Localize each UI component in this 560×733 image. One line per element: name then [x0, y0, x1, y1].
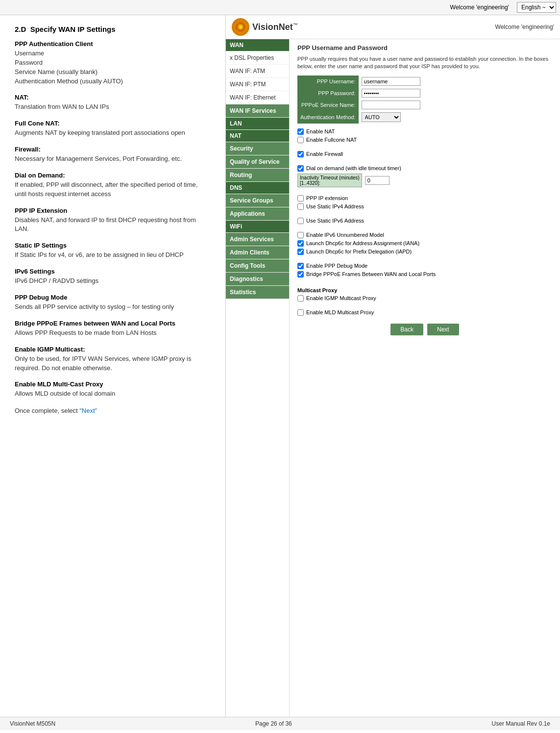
doc-text-oncecomplete: Once complete, select "Next": [15, 406, 211, 416]
doc-text-dialdemand: If enabled, PPP will disconnect, after t…: [15, 180, 211, 199]
doc-heading-ipv6: IPv6 Settings: [15, 268, 211, 275]
doc-section-pppdebug: PPP Debug Mode Sends all PPP service act…: [15, 294, 211, 312]
doc-heading-mld: Enable MLD Multi-Cast Proxy: [15, 380, 211, 388]
form-row-username: PPP Username:: [297, 76, 423, 87]
checkbox-dhcp6c-iana: Launch Dhcp6c for Address Assignment (IA…: [297, 240, 552, 247]
doc-heading-igmp: Enable IGMP Multicast:: [15, 346, 211, 353]
sidebar-item-diagnostics[interactable]: Diagnostics: [226, 273, 289, 286]
next-button[interactable]: Next: [427, 324, 459, 335]
firewall-checkbox[interactable]: [297, 151, 304, 157]
igmp-proxy-checkbox[interactable]: [297, 295, 304, 302]
sidebar-item-adminclients[interactable]: Admin Clients: [226, 246, 289, 259]
doc-heading-dialdemand: Dial on Demand:: [15, 172, 211, 179]
sidebar-item-wifi[interactable]: WiFi: [226, 221, 289, 233]
doc-section-igmp: Enable IGMP Multicast: Only to be used, …: [15, 346, 211, 373]
left-content: 2.D Specify WAN IP Settings PPP Authenti…: [0, 15, 225, 717]
sidebar-item-lan[interactable]: LAN: [226, 118, 289, 130]
router-header: VisionNet™ Welcome 'engineering': [226, 15, 560, 39]
ipv6-unnumbered-checkbox[interactable]: [297, 232, 304, 238]
multicast-title: Multicast Proxy: [297, 287, 552, 293]
router-welcome: Welcome 'engineering': [495, 24, 554, 30]
section-id: 2.D: [15, 25, 26, 33]
dial-demand-checkbox[interactable]: [297, 165, 304, 172]
sidebar-item-applications[interactable]: Applications: [226, 207, 289, 221]
doc-text-nat: Translation from WAN to LAN IPs: [15, 102, 211, 112]
ppp-debug-checkbox[interactable]: [297, 263, 304, 269]
page-main-title: 2.D Specify WAN IP Settings: [15, 25, 211, 33]
button-row: Back Next: [297, 324, 552, 335]
sidebar-item-servicegroups[interactable]: Service Groups: [226, 194, 289, 207]
sidebar-item-dns[interactable]: DNS: [226, 182, 289, 194]
sidebar-item-adminservices[interactable]: Admin Services: [226, 233, 289, 246]
doc-heading-fullcone: Full Cone NAT:: [15, 120, 211, 127]
sidebar-item-dsl[interactable]: x DSL Properties: [226, 51, 289, 65]
sidebar-item-wan-ethernet[interactable]: WAN IF: Ethernet: [226, 91, 289, 104]
timeout-input[interactable]: [365, 176, 390, 185]
section-title-text: Specify WAN IP Settings: [30, 25, 116, 33]
next-link[interactable]: "Next": [79, 407, 97, 414]
doc-text-fullcone: Augments NAT by keeping translated port …: [15, 128, 211, 138]
checkbox-mld: Enable MLD Multicast Proxy: [297, 309, 552, 316]
right-panel: VisionNet™ Welcome 'engineering' WAN x D…: [225, 15, 560, 717]
sidebar-item-security[interactable]: Security: [226, 142, 289, 155]
sidebar-item-wan-atm[interactable]: WAN IF: ATM: [226, 65, 289, 78]
service-input[interactable]: [362, 101, 420, 109]
sidebar-item-wan[interactable]: WAN: [226, 39, 289, 51]
dhcp6c-iapd-checkbox[interactable]: [297, 249, 304, 255]
doc-heading-pppipext: PPP IP Extension: [15, 207, 211, 214]
doc-text-bridgepppoe: Allows PPP Requests to be made from LAN …: [15, 329, 211, 338]
footer-right: User Manual Rev 0.1e: [492, 720, 550, 727]
checkbox-enable-nat: Enable NAT: [297, 128, 552, 135]
auth-select[interactable]: AUTO PAP CHAP MS-CHAP: [362, 112, 401, 122]
bridge-pppoe-checkbox[interactable]: [297, 271, 304, 278]
sidebar-item-wan-services[interactable]: WAN IF Services: [226, 104, 289, 118]
sidebar-item-configtools[interactable]: Config Tools: [226, 259, 289, 273]
sidebar-item-wan-ptm[interactable]: WAN IF: PTM: [226, 78, 289, 91]
static-ipv6-label: Use Static IPv6 Address: [306, 218, 364, 224]
language-select[interactable]: English ~: [517, 2, 556, 13]
doc-section-staticip: Static IP Settings If Static IPs for v4,…: [15, 242, 211, 260]
dhcp6c-iana-checkbox[interactable]: [297, 240, 304, 247]
doc-section-firewall: Firewall: Necessary for Management Servi…: [15, 146, 211, 164]
top-bar: Welcome 'engineering' English ~: [0, 0, 560, 15]
content-title: PPP Username and Password: [297, 44, 552, 51]
static-ipv6-checkbox[interactable]: [297, 218, 304, 224]
enable-nat-checkbox[interactable]: [297, 128, 304, 135]
sidebar-item-qos[interactable]: Quality of Service: [226, 155, 289, 169]
checkbox-igmp: Enable IGMP Multicast Proxy: [297, 295, 552, 302]
router-body: WAN x DSL Properties WAN IF: ATM WAN IF:…: [226, 39, 560, 717]
sidebar-item-routing[interactable]: Routing: [226, 169, 289, 182]
sidebar-item-statistics[interactable]: Statistics: [226, 286, 289, 299]
content-area: PPP Username and Password PPP usually re…: [290, 39, 560, 717]
username-input[interactable]: [362, 77, 420, 86]
sidebar-item-nat[interactable]: NAT: [226, 130, 289, 142]
fullcone-nat-checkbox[interactable]: [297, 137, 304, 143]
checkbox-static-ipv6: Use Static IPv6 Address: [297, 218, 552, 224]
doc-heading-bridgepppoe: Bridge PPPoE Frames between WAN and Loca…: [15, 320, 211, 327]
checkbox-bridge-pppoe: Bridge PPPoE Frames Between WAN and Loca…: [297, 271, 552, 278]
footer-left: VisionNet M505N: [10, 720, 55, 727]
doc-heading-ppp-auth: PPP Authentication Client: [15, 40, 211, 48]
dhcp6c-iana-label: Launch Dhcp6c for Address Assignment (IA…: [306, 240, 419, 246]
sidebar: WAN x DSL Properties WAN IF: ATM WAN IF:…: [226, 39, 290, 717]
ppp-ipext-checkbox[interactable]: [297, 195, 304, 202]
doc-section-nat: NAT: Translation from WAN to LAN IPs: [15, 94, 211, 112]
doc-text-firewall: Necessary for Management Services, Port …: [15, 154, 211, 164]
welcome-text: Welcome 'engineering': [450, 4, 509, 11]
doc-section-mld: Enable MLD Multi-Cast Proxy Allows MLD o…: [15, 380, 211, 399]
doc-text-pppipext: Disables NAT, and forward IP to first DH…: [15, 216, 211, 234]
bottom-bar: VisionNet M505N Page 26 of 36 User Manua…: [0, 717, 560, 730]
doc-text-mld: Allows MLD outside of local domain: [15, 389, 211, 399]
logo-icon: [232, 18, 249, 36]
svg-point-2: [239, 25, 242, 28]
static-ipv4-checkbox[interactable]: [297, 203, 304, 210]
password-input[interactable]: [362, 89, 420, 98]
ipv6-unnumbered-label: Enable IPv6 Unnumbered Model: [306, 232, 384, 238]
back-button[interactable]: Back: [390, 324, 423, 335]
checkbox-fullcone-nat: Enable Fullcone NAT: [297, 137, 552, 143]
mld-proxy-checkbox[interactable]: [297, 309, 304, 316]
doc-text-ppp-auth-0: Username: [15, 49, 211, 58]
doc-section-pppipext: PPP IP Extension Disables NAT, and forwa…: [15, 207, 211, 234]
firewall-label: Enable Firewall: [306, 151, 343, 157]
doc-heading-nat: NAT:: [15, 94, 211, 101]
